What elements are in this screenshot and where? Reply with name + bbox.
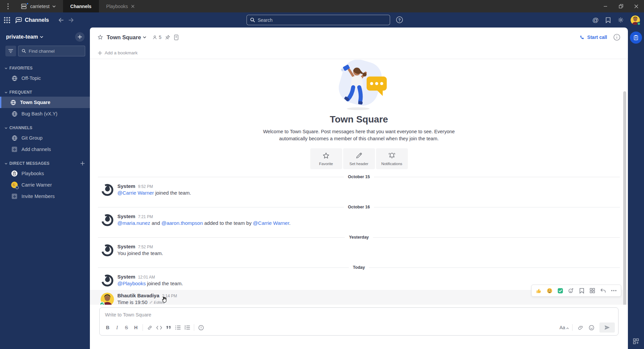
system-post-2[interactable]: System7:21 PM @maria.nunez and @aaron.th… — [90, 211, 628, 230]
post-text: @Carrie Warner joined the team. — [117, 190, 191, 196]
system-post-1[interactable]: System9:52 PM @Carrie Warner joined the … — [90, 181, 628, 199]
post-username[interactable]: System — [117, 213, 135, 219]
formatting-toggle-button[interactable]: Aa — [559, 325, 569, 330]
bold-button[interactable]: B — [103, 323, 112, 332]
add-channel-plus-button[interactable] — [75, 32, 85, 42]
chevron-down-icon — [5, 127, 7, 129]
post-username[interactable]: System — [117, 274, 135, 280]
tab-playbooks[interactable]: Playbooks — [99, 0, 142, 12]
post-username[interactable]: System — [117, 244, 135, 249]
sidebar-item-invite-members[interactable]: Invite Members — [0, 191, 90, 202]
section-direct-messages[interactable]: DIRECT MESSAGES — [0, 160, 90, 168]
mention-link[interactable]: @Carrie Warner — [117, 190, 154, 196]
section-channels[interactable]: CHANNELS — [0, 124, 90, 132]
window-restore-button[interactable] — [613, 0, 629, 12]
save-post-icon[interactable] — [577, 286, 587, 295]
chevron-down-icon — [5, 92, 7, 93]
more-actions-icon[interactable] — [609, 286, 619, 295]
system-post-3[interactable]: System7:52 PM You joined the team. — [90, 241, 628, 260]
numbered-list-button[interactable] — [182, 323, 192, 332]
favorite-star-icon[interactable] — [97, 34, 103, 40]
message-list[interactable]: Town Square Welcome to Town Square. Post… — [90, 59, 628, 305]
reply-icon[interactable] — [598, 286, 608, 295]
channel-files-icon[interactable] — [174, 35, 179, 40]
sidebar-item-off-topic[interactable]: Off-Topic — [0, 72, 90, 84]
message-input[interactable]: Write to Town Square — [100, 308, 618, 322]
user-avatar[interactable] — [631, 15, 640, 25]
message-priority-icon[interactable] — [196, 323, 206, 332]
member-count-button[interactable]: 5 — [152, 35, 161, 40]
post-username[interactable]: System — [117, 183, 135, 189]
help-icon[interactable]: ? — [396, 16, 403, 23]
team-menu[interactable]: private-team — [6, 34, 43, 40]
message-composer[interactable]: Write to Town Square B I S H — [99, 307, 619, 336]
chevron-down-icon — [40, 36, 43, 38]
app-marketplace-icon[interactable] — [633, 338, 639, 344]
sidebar-item-town-square[interactable]: Town Square — [0, 97, 90, 108]
find-channel-input[interactable] — [29, 49, 82, 54]
pinned-posts-icon[interactable] — [165, 35, 170, 40]
bhautik-avatar[interactable] — [101, 293, 114, 305]
sidebar-item-playbooks-dm[interactable]: Playbooks — [0, 168, 90, 179]
date-separator: Yesterday — [98, 235, 620, 240]
server-selector[interactable]: carrietest — [16, 0, 63, 12]
saved-posts-icon[interactable] — [605, 17, 611, 23]
strikethrough-button[interactable]: S — [122, 323, 131, 332]
mention-link[interactable]: @Carrie Warner — [253, 220, 289, 226]
sidebar-item-carrie-warner-dm[interactable]: Carrie Warner — [0, 179, 90, 191]
thumbs-up-reaction-button[interactable] — [534, 286, 544, 295]
post-timestamp: 7:52 PM — [138, 245, 153, 249]
search-input[interactable] — [258, 17, 386, 23]
grin-reaction-button[interactable] — [544, 286, 554, 295]
mentions-icon[interactable]: @ — [592, 17, 599, 23]
channel-intro-title: Town Square — [90, 114, 628, 125]
search-box[interactable] — [247, 15, 390, 25]
post-timestamp: 7:21 PM — [138, 214, 153, 219]
intro-notifications-button[interactable]: Notifications — [376, 148, 408, 169]
bulleted-list-button[interactable] — [173, 323, 182, 332]
app-menu-kebab-icon[interactable] — [0, 0, 16, 12]
window-close-button[interactable] — [629, 0, 644, 12]
heading-button[interactable]: H — [131, 323, 141, 332]
message-list-scrollbar[interactable] — [623, 91, 626, 305]
sidebar-item-bug-bash[interactable]: Bug Bash (vX.Y) — [0, 108, 90, 119]
section-favorites[interactable]: FAVORITES — [0, 64, 90, 72]
tab-channels[interactable]: Channels — [63, 0, 99, 12]
playbooks-appbar-icon[interactable] — [630, 32, 642, 44]
intro-set-header-button[interactable]: Set header — [343, 148, 375, 169]
attach-file-icon[interactable] — [576, 323, 585, 332]
close-tab-icon[interactable] — [131, 5, 135, 8]
channel-filter-icon[interactable] — [5, 46, 16, 56]
quote-button[interactable] — [164, 323, 173, 332]
add-bookmark-bar[interactable]: Add a bookmark — [90, 47, 628, 59]
sidebar-item-git-group[interactable]: Git Group — [0, 132, 90, 144]
add-direct-message-icon[interactable] — [80, 161, 85, 165]
channel-name-menu[interactable]: Town Square — [107, 34, 146, 41]
history-back-icon[interactable] — [58, 18, 64, 22]
link-button[interactable] — [145, 323, 154, 332]
actions-grid-icon[interactable] — [587, 286, 597, 295]
mention-link[interactable]: @Playbooks — [117, 281, 146, 286]
find-channel-box[interactable] — [18, 46, 85, 56]
mention-link[interactable]: @aaron.thompson — [161, 220, 203, 226]
italic-button[interactable]: I — [112, 323, 122, 332]
section-frequent[interactable]: FREQUENT — [0, 89, 90, 97]
members-icon — [152, 35, 157, 40]
product-switcher-icon[interactable] — [4, 17, 10, 23]
history-forward-icon[interactable] — [68, 18, 74, 22]
white-check-mark-reaction-button[interactable] — [555, 286, 565, 295]
sidebar-item-add-channels[interactable]: Add channels — [0, 144, 90, 155]
code-button[interactable] — [154, 323, 164, 332]
user-post-hovered[interactable]: Bhautik Bavadiya2:14 PM Time is 19:50Edi… — [90, 290, 628, 305]
emoji-picker-icon[interactable] — [587, 323, 596, 332]
post-timestamp: 2:14 PM — [162, 294, 177, 298]
intro-favorite-button[interactable]: Favorite — [310, 148, 342, 169]
post-username[interactable]: Bhautik Bavadiya — [117, 293, 159, 298]
send-message-button[interactable] — [599, 322, 615, 333]
settings-gear-icon[interactable] — [618, 17, 624, 23]
window-minimize-button[interactable] — [598, 0, 613, 12]
add-reaction-icon[interactable] — [566, 286, 576, 295]
mention-link[interactable]: @maria.nunez — [117, 220, 150, 226]
channel-info-icon[interactable] — [613, 34, 621, 41]
start-call-button[interactable]: Start call — [580, 35, 607, 40]
